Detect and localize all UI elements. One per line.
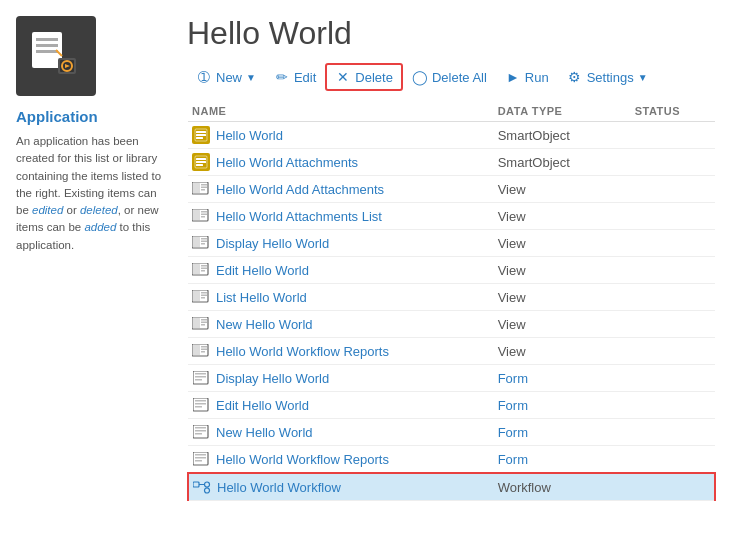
type-text: Form [498, 371, 528, 386]
name-text: Hello World Workflow Reports [216, 452, 389, 467]
row-name-content[interactable]: Edit Hello World [192, 261, 486, 279]
cell-status [631, 311, 715, 338]
cell-status [631, 284, 715, 311]
svg-rect-49 [201, 346, 207, 348]
toolbar: ➀ New ▼ ✏ Edit ✕ Delete ◯ Delete All ► R… [187, 63, 716, 91]
edit-icon: ✏ [274, 69, 290, 85]
svg-rect-58 [195, 403, 206, 405]
svg-rect-2 [36, 44, 58, 47]
table-row[interactable]: New Hello World View [188, 311, 715, 338]
new-dropdown-arrow: ▼ [246, 72, 256, 83]
type-text: Workflow [498, 480, 551, 495]
header-name: NAME [188, 101, 494, 122]
cell-status [631, 176, 715, 203]
name-text: Hello World Workflow [217, 480, 341, 495]
row-name-content[interactable]: Display Hello World [192, 369, 486, 387]
svg-rect-31 [201, 243, 205, 245]
delete-all-label: Delete All [432, 70, 487, 85]
cell-status [631, 122, 715, 149]
delete-all-button[interactable]: ◯ Delete All [403, 64, 496, 90]
table-row[interactable]: Hello World Attachments List View [188, 203, 715, 230]
cell-type: SmartObject [494, 122, 631, 149]
svg-rect-65 [195, 454, 206, 456]
svg-rect-21 [201, 189, 205, 191]
run-icon: ► [505, 69, 521, 85]
run-button[interactable]: ► Run [496, 64, 558, 90]
type-text: Form [498, 398, 528, 413]
cell-type: View [494, 311, 631, 338]
name-text: Display Hello World [216, 371, 329, 386]
table-row[interactable]: Hello World Workflow Reports Form [188, 446, 715, 474]
name-text: List Hello World [216, 290, 307, 305]
table-row[interactable]: List Hello World View [188, 284, 715, 311]
settings-label: Settings [587, 70, 634, 85]
view-icon [192, 288, 210, 306]
table-row[interactable]: Hello World Add Attachments View [188, 176, 715, 203]
row-name-content[interactable]: Hello World Workflow Reports [192, 342, 486, 360]
cell-name: Display Hello World [188, 365, 494, 392]
svg-rect-67 [195, 460, 202, 462]
row-name-content[interactable]: New Hello World [192, 423, 486, 441]
sidebar-title: Application [16, 108, 171, 125]
svg-rect-35 [201, 268, 207, 270]
table-row[interactable]: Display Hello World Form [188, 365, 715, 392]
type-text: View [498, 209, 526, 224]
name-text: Hello World Workflow Reports [216, 344, 389, 359]
data-table: NAME DATA TYPE STATUS Hello World SmartO… [187, 101, 716, 501]
svg-rect-33 [193, 264, 200, 274]
row-name-content[interactable]: Hello World Workflow [193, 478, 486, 496]
settings-dropdown-arrow: ▼ [638, 72, 648, 83]
row-name-content[interactable]: Hello World Attachments [192, 153, 486, 171]
svg-rect-62 [195, 430, 206, 432]
row-name-content[interactable]: Edit Hello World [192, 396, 486, 414]
row-name-content[interactable]: Display Hello World [192, 234, 486, 252]
view-icon [192, 261, 210, 279]
settings-button[interactable]: ⚙ Settings ▼ [558, 64, 657, 90]
table-row[interactable]: Edit Hello World View [188, 257, 715, 284]
cell-name: Hello World Workflow Reports [188, 446, 494, 474]
table-row[interactable]: Hello World Attachments SmartObject [188, 149, 715, 176]
cell-type: Form [494, 419, 631, 446]
new-button[interactable]: ➀ New ▼ [187, 64, 265, 90]
row-name-content[interactable]: Hello World Add Attachments [192, 180, 486, 198]
row-name-content[interactable]: Hello World [192, 126, 486, 144]
delete-button[interactable]: ✕ Delete [325, 63, 403, 91]
cell-status [631, 419, 715, 446]
svg-rect-25 [201, 214, 207, 216]
app-icon [16, 16, 96, 96]
svg-rect-15 [196, 161, 206, 163]
form-icon [192, 369, 210, 387]
cell-status [631, 257, 715, 284]
form-icon [192, 396, 210, 414]
cell-name: Edit Hello World [188, 392, 494, 419]
plus-icon: ➀ [196, 69, 212, 85]
svg-rect-46 [201, 324, 205, 326]
table-row[interactable]: New Hello World Form [188, 419, 715, 446]
cell-name: Hello World Workflow [188, 473, 494, 501]
table-row[interactable]: Edit Hello World Form [188, 392, 715, 419]
svg-rect-66 [195, 457, 206, 459]
svg-rect-50 [201, 349, 207, 351]
svg-rect-30 [201, 241, 207, 243]
svg-rect-41 [201, 297, 205, 299]
svg-rect-23 [193, 210, 200, 220]
svg-rect-48 [193, 345, 200, 355]
cell-type: SmartObject [494, 149, 631, 176]
row-name-content[interactable]: New Hello World [192, 315, 486, 333]
type-text: View [498, 290, 526, 305]
table-row[interactable]: Hello World Workflow Reports View [188, 338, 715, 365]
table-row[interactable]: Hello World SmartObject [188, 122, 715, 149]
cell-name: New Hello World [188, 419, 494, 446]
type-text: View [498, 263, 526, 278]
table-row[interactable]: Hello World Workflow Workflow [188, 473, 715, 501]
svg-rect-53 [195, 373, 206, 375]
svg-point-69 [205, 482, 210, 487]
row-name-content[interactable]: List Hello World [192, 288, 486, 306]
cell-status [631, 473, 715, 501]
edit-button[interactable]: ✏ Edit [265, 64, 325, 90]
row-name-content[interactable]: Hello World Workflow Reports [192, 450, 486, 468]
svg-rect-3 [36, 50, 58, 53]
table-row[interactable]: Display Hello World View [188, 230, 715, 257]
cell-name: Display Hello World [188, 230, 494, 257]
row-name-content[interactable]: Hello World Attachments List [192, 207, 486, 225]
